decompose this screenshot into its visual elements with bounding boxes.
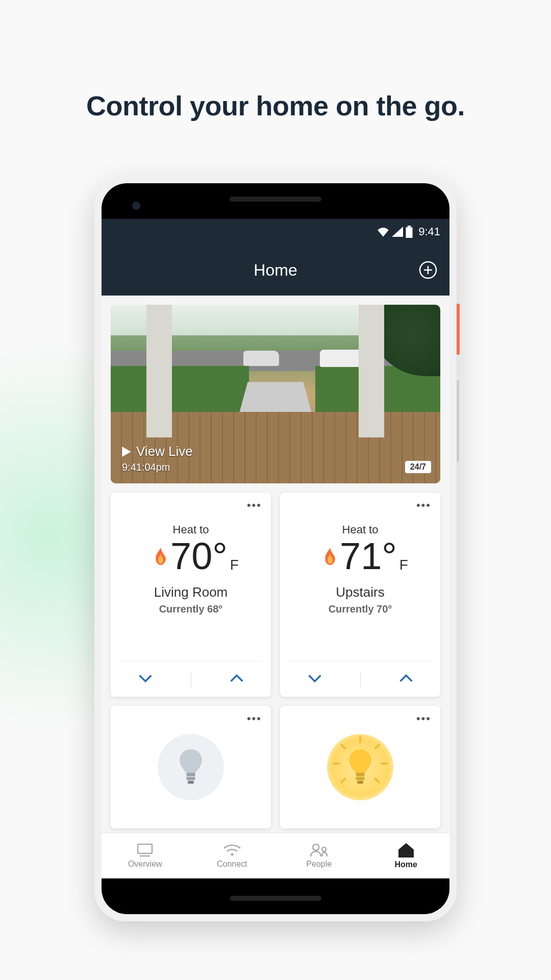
room-name: Living Room <box>154 584 228 600</box>
status-time: 9:41 <box>418 225 440 238</box>
nav-label: Connect <box>217 860 247 869</box>
svg-rect-7 <box>188 781 194 784</box>
camera-timestamp: 9:41:04pm <box>122 461 193 473</box>
app-header: Home <box>102 244 449 296</box>
overview-icon <box>136 843 154 857</box>
thermostat-card-upstairs[interactable]: ••• Heat to 71°F Upstairs Cu <box>280 493 440 697</box>
bulb-on-background <box>327 734 393 800</box>
svg-rect-1 <box>406 227 413 238</box>
temp-down-button[interactable] <box>308 674 322 684</box>
thermostat-controls <box>288 661 432 697</box>
phone-bezel: 9:41 Home <box>102 183 449 914</box>
card-more-button[interactable]: ••• <box>416 500 431 511</box>
light-rays <box>327 734 393 800</box>
content-area: View Live 9:41:04pm 24/7 ••• Heat to <box>102 296 449 838</box>
temp-up-button[interactable] <box>230 674 244 684</box>
add-button[interactable] <box>418 260 438 280</box>
nav-label: Overview <box>128 860 162 869</box>
svg-rect-11 <box>138 844 152 853</box>
nav-home[interactable]: Home <box>363 833 450 878</box>
nav-people[interactable]: People <box>276 833 363 878</box>
light-card-on[interactable]: ••• <box>280 706 440 828</box>
nav-overview[interactable]: Overview <box>102 833 189 878</box>
svg-rect-0 <box>408 226 411 227</box>
cell-signal-icon <box>392 227 403 237</box>
flame-icon <box>323 548 337 565</box>
current-temperature: Currently 68° <box>159 603 223 615</box>
chevron-down-icon <box>138 674 153 682</box>
svg-rect-5 <box>187 773 195 776</box>
view-live-label: View Live <box>136 444 193 459</box>
marketing-headline: Control your home on the go. <box>0 90 551 121</box>
lightbulb-off-icon <box>178 749 204 785</box>
svg-point-14 <box>313 844 319 850</box>
control-divider <box>360 672 361 687</box>
light-row: ••• ••• <box>111 706 440 828</box>
nav-label: People <box>306 860 332 869</box>
svg-rect-6 <box>187 777 195 780</box>
plus-circle-icon <box>419 261 437 279</box>
camera-card[interactable]: View Live 9:41:04pm 24/7 <box>111 305 440 483</box>
current-temperature: Currently 70° <box>329 603 392 615</box>
battery-icon <box>405 226 413 238</box>
target-temperature: 71°F <box>340 537 397 575</box>
svg-point-15 <box>322 847 326 851</box>
phone-front-camera <box>132 202 140 210</box>
phone-speaker-top <box>230 197 321 202</box>
card-more-button[interactable]: ••• <box>247 500 262 511</box>
page-title: Home <box>254 261 297 280</box>
room-name: Upstairs <box>336 584 384 600</box>
recording-badge: 24/7 <box>405 461 431 473</box>
camera-overlay: View Live 9:41:04pm <box>122 444 193 473</box>
phone-screen: 9:41 Home <box>102 219 449 878</box>
phone-power-button <box>457 304 460 355</box>
card-more-button[interactable]: ••• <box>416 713 431 724</box>
chevron-up-icon <box>399 674 413 682</box>
chevron-down-icon <box>308 674 322 682</box>
chevron-up-icon <box>230 674 244 682</box>
temp-down-button[interactable] <box>138 674 153 684</box>
phone-speaker-bottom <box>230 896 321 901</box>
phone-volume-button <box>457 380 459 462</box>
light-card-off[interactable]: ••• <box>111 706 271 828</box>
wifi-icon <box>222 843 242 857</box>
target-temperature: 70°F <box>170 537 228 575</box>
card-more-button[interactable]: ••• <box>247 713 262 724</box>
bottom-nav: Overview Connect <box>102 832 449 878</box>
view-live-button[interactable]: View Live <box>122 444 193 459</box>
phone-frame: 9:41 Home <box>94 176 457 921</box>
thermostat-card-living-room[interactable]: ••• Heat to 70°F Living Room <box>111 493 271 697</box>
thermostat-row: ••• Heat to 70°F Living Room <box>111 493 440 697</box>
bulb-off-background <box>158 734 224 800</box>
status-bar: 9:41 <box>102 219 449 244</box>
wifi-icon <box>377 227 390 237</box>
svg-point-13 <box>231 853 233 855</box>
flame-icon <box>154 548 167 565</box>
thermostat-controls <box>119 661 263 697</box>
control-divider <box>191 672 191 687</box>
people-icon <box>309 843 329 857</box>
nav-connect[interactable]: Connect <box>189 833 276 878</box>
home-icon <box>397 843 415 858</box>
play-icon <box>122 447 131 457</box>
temp-up-button[interactable] <box>399 674 413 684</box>
nav-label: Home <box>395 860 417 869</box>
